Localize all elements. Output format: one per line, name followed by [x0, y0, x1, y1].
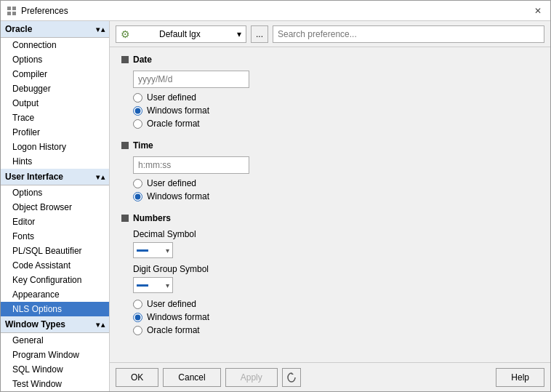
time-user-defined-radio[interactable]: User defined — [133, 178, 539, 188]
sidebar-item[interactable]: Fonts — [1, 229, 109, 244]
sidebar-oracle-header[interactable]: Oracle ▾ ▴ — [1, 21, 109, 38]
sidebar-item[interactable]: Editor — [1, 215, 109, 229]
apply-button[interactable]: Apply — [225, 368, 278, 387]
numbers-section-header: Numbers — [121, 213, 539, 223]
time-windows-format-label: Windows format — [147, 191, 209, 201]
numbers-user-defined-label: User defined — [147, 299, 196, 309]
numbers-windows-format-input[interactable] — [133, 313, 142, 322]
date-windows-format-radio[interactable]: Windows format — [133, 105, 539, 116]
profile-icon: ⚙ — [121, 28, 130, 40]
cancel-button[interactable]: Cancel — [163, 368, 220, 387]
sidebar-ui-header[interactable]: User Interface ▾ ▴ — [1, 169, 109, 185]
sidebar-oracle-icons: ▾ ▴ — [96, 25, 105, 33]
close-button[interactable]: ✕ — [531, 4, 544, 17]
time-input[interactable] — [133, 156, 249, 174]
sidebar-item[interactable]: Code Assistant — [1, 258, 109, 273]
time-user-defined-input[interactable] — [133, 179, 142, 188]
right-panel: ⚙ Default lgx ▾ ... Date — [110, 21, 550, 391]
numbers-oracle-format-input[interactable] — [133, 326, 142, 335]
numbers-section-marker — [121, 215, 129, 222]
title-bar-left: Preferences — [7, 6, 68, 16]
numbers-oracle-format-radio[interactable]: Oracle format — [133, 325, 539, 335]
sidebar-item[interactable]: Key Configuration — [1, 273, 109, 287]
sidebar-item[interactable]: Connection — [1, 38, 109, 52]
numbers-windows-format-label: Windows format — [147, 312, 209, 322]
bottom-left: OK Cancel Apply — [116, 368, 301, 387]
preferences-dialog: Preferences ✕ Oracle ▾ ▴ Connection Opti… — [0, 0, 551, 392]
date-radio-group: User defined Windows format Oracle forma… — [133, 92, 539, 129]
date-user-defined-input[interactable] — [133, 93, 142, 103]
date-section-header: Date — [121, 55, 539, 65]
title-bar: Preferences ✕ — [1, 1, 550, 21]
sidebar-item[interactable]: Compiler — [1, 67, 109, 81]
date-section-title: Date — [133, 55, 152, 65]
profile-name: Default lgx — [159, 29, 201, 39]
numbers-windows-format-radio[interactable]: Windows format — [133, 312, 539, 322]
profile-dropdown-arrow: ▾ — [237, 29, 241, 39]
date-input[interactable] — [133, 71, 249, 88]
date-section-marker — [121, 56, 129, 63]
time-section-title: Time — [133, 140, 153, 151]
date-user-defined-radio[interactable]: User defined — [133, 92, 539, 103]
chevron-up-icon: ▴ — [101, 173, 105, 181]
numbers-section-block: Decimal Symbol ▾ Digit Group Symbol ▾ Us… — [121, 229, 539, 335]
chevron-up-icon: ▴ — [101, 25, 105, 33]
content-area: Date User defined Windows format — [110, 47, 550, 362]
sidebar-item[interactable]: SQL Window — [1, 362, 109, 377]
restore-icon — [286, 372, 297, 383]
sidebar-wt-header[interactable]: Window Types ▾ ▴ — [1, 316, 109, 333]
time-windows-format-input[interactable] — [133, 192, 142, 201]
decimal-symbol-bar — [137, 249, 148, 252]
time-section-header: Time — [121, 140, 539, 151]
dots-button[interactable]: ... — [251, 25, 268, 43]
date-oracle-format-radio[interactable]: Oracle format — [133, 119, 539, 129]
sidebar-item[interactable]: Logon History — [1, 140, 109, 154]
svg-rect-1 — [12, 7, 16, 10]
toolbar: ⚙ Default lgx ▾ ... — [110, 21, 550, 47]
time-windows-format-radio[interactable]: Windows format — [133, 191, 539, 201]
sidebar-item-nls-options[interactable]: NLS Options — [1, 302, 109, 316]
sidebar-item-profiler[interactable]: Profiler — [1, 125, 109, 140]
time-section-marker — [121, 142, 129, 149]
digit-group-dropdown-arrow: ▾ — [166, 281, 169, 289]
help-button[interactable]: Help — [496, 368, 544, 387]
digit-group-symbol-bar — [137, 284, 148, 287]
svg-rect-0 — [7, 7, 11, 10]
sidebar-item[interactable]: Debugger — [1, 81, 109, 96]
sidebar-item[interactable]: Hints — [1, 154, 109, 169]
numbers-oracle-format-label: Oracle format — [147, 325, 200, 335]
numbers-user-defined-input[interactable] — [133, 300, 142, 309]
sidebar-item-appearance[interactable]: Appearance — [1, 287, 109, 302]
numbers-user-defined-radio[interactable]: User defined — [133, 299, 539, 309]
time-radio-group: User defined Windows format — [133, 178, 539, 201]
search-input[interactable] — [273, 25, 544, 43]
chevron-down-icon: ▾ — [96, 173, 100, 181]
decimal-symbol-dropdown[interactable]: ▾ — [133, 242, 173, 258]
restore-button[interactable] — [282, 368, 301, 387]
date-oracle-format-input[interactable] — [133, 119, 142, 129]
sidebar-item[interactable]: Output — [1, 96, 109, 111]
dialog-title: Preferences — [21, 6, 68, 16]
decimal-symbol-label: Decimal Symbol — [133, 229, 539, 239]
sidebar-item[interactable]: Program Window — [1, 348, 109, 362]
preferences-icon — [7, 6, 17, 16]
sidebar-item-trace[interactable]: Trace — [1, 111, 109, 125]
ok-button[interactable]: OK — [116, 368, 158, 387]
profile-dropdown[interactable]: ⚙ Default lgx ▾ — [116, 25, 246, 43]
sidebar-item[interactable]: Test Window — [1, 377, 109, 391]
date-windows-format-label: Windows format — [147, 105, 209, 116]
sidebar-item[interactable]: Object Browser — [1, 200, 109, 215]
digit-group-symbol-dropdown[interactable]: ▾ — [133, 277, 173, 293]
sidebar-item[interactable]: PL/SQL Beautifier — [1, 244, 109, 258]
date-windows-format-input[interactable] — [133, 106, 142, 116]
sidebar-item[interactable]: Options — [1, 185, 109, 200]
date-oracle-format-label: Oracle format — [147, 119, 200, 129]
sidebar-item[interactable]: Options — [1, 52, 109, 67]
svg-marker-4 — [291, 372, 294, 375]
sidebar-oracle-label: Oracle — [5, 24, 32, 34]
time-user-defined-label: User defined — [147, 178, 196, 188]
chevron-down-icon: ▾ — [96, 321, 100, 329]
sidebar-item[interactable]: General — [1, 333, 109, 348]
date-user-defined-label: User defined — [147, 92, 196, 103]
chevron-down-icon: ▾ — [96, 25, 100, 33]
